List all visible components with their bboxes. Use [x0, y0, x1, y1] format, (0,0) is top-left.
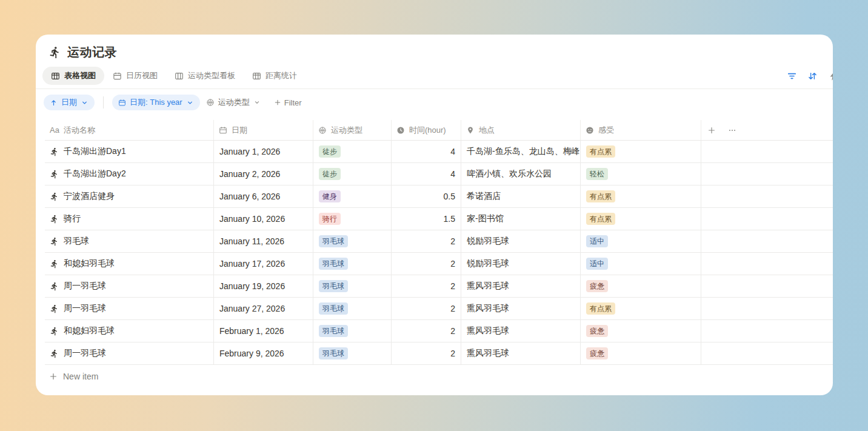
cell-location[interactable]: 锐励羽毛球	[461, 253, 581, 275]
cell-hours[interactable]: 0.5	[392, 185, 461, 207]
table-row[interactable]: 宁波酒店健身 January 6, 2026 健身 0.5 希诺酒店 有点累	[45, 185, 833, 208]
cell-feeling[interactable]: 适中	[581, 230, 701, 252]
cell-date[interactable]: January 10, 2026	[214, 208, 313, 230]
cell-feeling[interactable]: 疲惫	[581, 275, 701, 297]
column-header-date[interactable]: 日期	[214, 120, 313, 140]
cell-date[interactable]: February 1, 2026	[214, 320, 313, 342]
cell-activity-name[interactable]: 宁波酒店健身	[45, 185, 214, 207]
cell-hours[interactable]: 4	[392, 163, 461, 185]
cell-location[interactable]: 啤酒小镇、欢乐水公园	[461, 163, 581, 185]
cell-location[interactable]: 熏风羽毛球	[461, 275, 581, 297]
runner-icon	[50, 237, 59, 246]
tab-type-board-view[interactable]: 运动类型看板	[166, 67, 244, 85]
table-row[interactable]: 千岛湖出游Day1 January 1, 2026 徒步 4 千岛湖-鱼乐岛、龙…	[45, 141, 833, 163]
cell-exercise-type[interactable]: 骑行	[313, 208, 392, 230]
cell-exercise-type[interactable]: 羽毛球	[313, 230, 392, 252]
cell-exercise-type[interactable]: 羽毛球	[313, 298, 392, 319]
sort-icon[interactable]	[807, 71, 818, 81]
cell-exercise-type[interactable]: 羽毛球	[313, 275, 392, 297]
cell-feeling[interactable]: 轻松	[581, 163, 701, 185]
feeling-tag: 有点累	[586, 145, 615, 158]
cell-date[interactable]: February 9, 2026	[214, 342, 313, 364]
arrow-up-icon	[50, 99, 58, 107]
column-header-hours[interactable]: 时间(hour)	[392, 120, 461, 140]
filter-exercise-type[interactable]: 运动类型	[206, 97, 261, 108]
cell-activity-name[interactable]: 周一羽毛球	[45, 275, 214, 297]
column-header-location[interactable]: 地点	[461, 120, 581, 140]
cell-feeling[interactable]: 疲惫	[581, 320, 701, 342]
tab-distance-stats-view[interactable]: 距离统计	[244, 67, 305, 85]
cell-hours[interactable]: 2	[392, 230, 461, 252]
cell-hours[interactable]: 2	[392, 298, 461, 319]
tab-table-view[interactable]: 表格视图	[42, 67, 104, 85]
cell-exercise-type[interactable]: 徒步	[313, 141, 392, 162]
exercise-type-tag: 骑行	[319, 213, 341, 225]
cell-location[interactable]: 家-图书馆	[461, 208, 581, 230]
cell-feeling[interactable]: 有点累	[581, 185, 701, 207]
cell-location[interactable]: 熏风羽毛球	[461, 320, 581, 342]
cell-activity-name[interactable]: 周一羽毛球	[45, 342, 214, 364]
cell-activity-name[interactable]: 骑行	[45, 208, 214, 230]
cell-activity-name[interactable]: 和媳妇羽毛球	[45, 253, 214, 275]
cell-location[interactable]: 熏风羽毛球	[461, 298, 581, 319]
cell-date[interactable]: January 17, 2026	[214, 253, 313, 275]
table-row[interactable]: 周一羽毛球 January 27, 2026 羽毛球 2 熏风羽毛球 有点累	[45, 298, 833, 320]
cell-date[interactable]: January 19, 2026	[214, 275, 313, 297]
activity-name-text: 骑行	[64, 213, 81, 224]
cell-exercise-type[interactable]: 徒步	[313, 163, 392, 185]
tab-calendar-view[interactable]: 日历视图	[104, 67, 166, 85]
cell-location[interactable]: 千岛湖-鱼乐岛、龙山岛、梅峰岛	[461, 141, 581, 162]
table-row[interactable]: 周一羽毛球 February 9, 2026 羽毛球 2 熏风羽毛球 疲惫	[45, 342, 833, 365]
cell-hours[interactable]: 2	[392, 275, 461, 297]
cell-hours[interactable]: 2	[392, 320, 461, 342]
more-options-icon[interactable]	[728, 126, 736, 135]
cell-location[interactable]: 熏风羽毛球	[461, 342, 581, 364]
cell-activity-name[interactable]: 周一羽毛球	[45, 298, 214, 319]
feeling-tag: 有点累	[586, 302, 615, 315]
cell-feeling[interactable]: 有点累	[581, 208, 701, 230]
cell-exercise-type[interactable]: 健身	[313, 185, 392, 207]
cell-location[interactable]: 锐励羽毛球	[461, 230, 581, 252]
cell-feeling[interactable]: 有点累	[581, 141, 701, 162]
table-row[interactable]: 骑行 January 10, 2026 骑行 1.5 家-图书馆 有点累	[45, 208, 833, 230]
cell-date[interactable]: January 11, 2026	[214, 230, 313, 252]
table-row[interactable]: 羽毛球 January 11, 2026 羽毛球 2 锐励羽毛球 适中	[45, 230, 833, 253]
cell-location[interactable]: 希诺酒店	[461, 185, 581, 207]
filter-icon[interactable]	[787, 71, 797, 81]
cell-hours[interactable]: 2	[392, 253, 461, 275]
activity-name-text: 羽毛球	[64, 236, 89, 247]
sort-chip-date[interactable]: 日期	[44, 95, 95, 110]
face-icon	[586, 126, 594, 135]
column-header-activity-name[interactable]: Aa 活动名称	[45, 120, 214, 140]
cell-hours[interactable]: 2	[392, 342, 461, 364]
board-icon	[175, 72, 184, 81]
table-body: 千岛湖出游Day1 January 1, 2026 徒步 4 千岛湖-鱼乐岛、龙…	[45, 141, 833, 365]
cell-activity-name[interactable]: 千岛湖出游Day2	[45, 163, 214, 185]
automation-bolt-icon[interactable]	[828, 71, 833, 81]
cell-date[interactable]: January 27, 2026	[214, 298, 313, 319]
cell-feeling[interactable]: 有点累	[581, 298, 701, 319]
cell-activity-name[interactable]: 和媳妇羽毛球	[45, 320, 214, 342]
cell-date[interactable]: January 2, 2026	[214, 163, 313, 185]
column-header-feeling[interactable]: 感受	[581, 120, 701, 140]
cell-date[interactable]: January 6, 2026	[214, 185, 313, 207]
new-item-button[interactable]: New item	[45, 365, 833, 387]
cell-exercise-type[interactable]: 羽毛球	[313, 320, 392, 342]
table-row[interactable]: 和媳妇羽毛球 January 17, 2026 羽毛球 2 锐励羽毛球 适中	[45, 253, 833, 275]
cell-date[interactable]: January 1, 2026	[214, 141, 313, 162]
table-row[interactable]: 千岛湖出游Day2 January 2, 2026 徒步 4 啤酒小镇、欢乐水公…	[45, 163, 833, 185]
cell-feeling[interactable]: 适中	[581, 253, 701, 275]
cell-activity-name[interactable]: 千岛湖出游Day1	[45, 141, 214, 162]
cell-feeling[interactable]: 疲惫	[581, 342, 701, 364]
add-filter-button[interactable]: Filter	[274, 98, 302, 107]
column-header-exercise-type[interactable]: 运动类型	[313, 120, 392, 140]
add-column-icon[interactable]	[707, 126, 716, 135]
table-row[interactable]: 周一羽毛球 January 19, 2026 羽毛球 2 熏风羽毛球 疲惫	[45, 275, 833, 298]
cell-exercise-type[interactable]: 羽毛球	[313, 342, 392, 364]
table-row[interactable]: 和媳妇羽毛球 February 1, 2026 羽毛球 2 熏风羽毛球 疲惫	[45, 320, 833, 342]
cell-activity-name[interactable]: 羽毛球	[45, 230, 214, 252]
cell-hours[interactable]: 1.5	[392, 208, 461, 230]
cell-hours[interactable]: 4	[392, 141, 461, 162]
cell-exercise-type[interactable]: 羽毛球	[313, 253, 392, 275]
filter-chip-date-this-year[interactable]: 日期: This year	[112, 95, 200, 110]
